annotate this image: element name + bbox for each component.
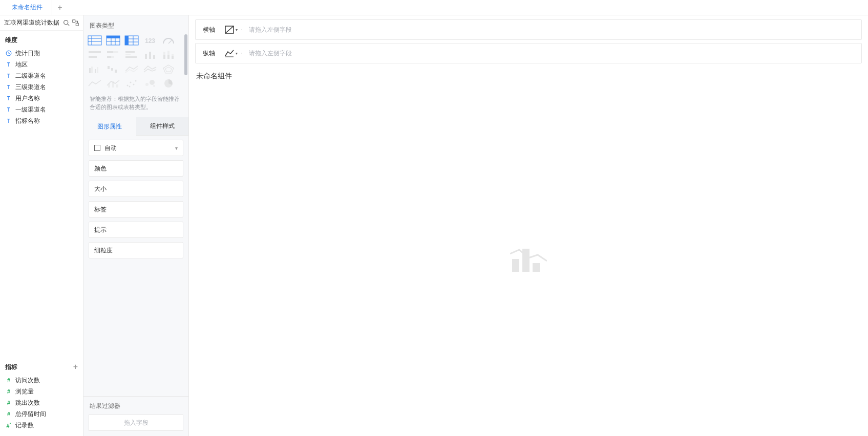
scatter-icon[interactable]: [123, 77, 140, 90]
table-group-icon[interactable]: [87, 34, 103, 47]
prop-color[interactable]: 颜色: [89, 160, 183, 177]
field-label: 二级渠道名: [15, 72, 46, 80]
number-icon: #: [5, 377, 12, 383]
multi-column-icon[interactable]: [87, 63, 103, 75]
top-tab-bar: 未命名组件 +: [0, 0, 868, 15]
prop-auto[interactable]: 自动 ▾: [89, 140, 183, 156]
graphic-properties-panel: 自动 ▾ 颜色 大小 标签 提示 细粒度: [83, 136, 188, 263]
datasource-name: 互联网渠道统计数据: [4, 18, 60, 27]
middle-panel: 图表类型 123 智能推荐：根据拖入的字段智能推荐合适的图表或表格类型。 图形属…: [83, 15, 189, 436]
range-area-icon[interactable]: [142, 63, 158, 75]
dimension-field[interactable]: 统计日期: [0, 48, 83, 59]
svg-line-20: [168, 40, 172, 43]
text-icon: T: [5, 96, 12, 101]
dimension-field[interactable]: T二级渠道名: [0, 70, 83, 81]
svg-rect-35: [167, 51, 170, 55]
dimension-field[interactable]: T用户名称: [0, 93, 83, 104]
multi-line-icon[interactable]: [123, 63, 140, 75]
svg-rect-5: [88, 36, 101, 45]
svg-rect-63: [512, 259, 519, 272]
svg-rect-15: [125, 36, 129, 45]
svg-line-61: [225, 26, 234, 33]
kpi-icon[interactable]: 123: [142, 34, 158, 47]
field-label: 浏览量: [15, 387, 34, 396]
waterfall-icon[interactable]: [105, 63, 121, 75]
combo-icon[interactable]: [105, 77, 121, 90]
dimension-field[interactable]: T指标名称: [0, 115, 83, 126]
result-filter-dropzone[interactable]: 拖入字段: [89, 415, 183, 431]
svg-point-0: [63, 20, 68, 25]
prop-size[interactable]: 大小: [89, 181, 183, 197]
number-icon: #: [5, 400, 12, 406]
y-axis-type-icon[interactable]: ▾: [224, 49, 238, 58]
measure-field[interactable]: #访问次数: [0, 375, 83, 386]
svg-rect-30: [145, 54, 147, 59]
svg-rect-26: [111, 56, 114, 58]
column-icon[interactable]: [142, 49, 158, 61]
result-filter-title: 结果过滤器: [83, 396, 188, 415]
field-label: 总停留时间: [15, 410, 46, 419]
prop-granularity[interactable]: 细粒度: [89, 242, 183, 258]
dimensions-title: 维度: [0, 31, 83, 48]
svg-text:123: 123: [145, 37, 155, 45]
canvas-title[interactable]: 未命名组件: [195, 67, 862, 86]
svg-rect-21: [89, 51, 101, 53]
svg-rect-44: [111, 68, 113, 71]
measure-field[interactable]: #*记录数: [0, 420, 83, 431]
measure-field[interactable]: #总停留时间: [0, 408, 83, 420]
measure-field[interactable]: #跳出次数: [0, 397, 83, 408]
text-icon: T: [5, 118, 12, 124]
tab-unnamed[interactable]: 未命名组件: [3, 0, 52, 15]
prop-label[interactable]: 标签: [89, 201, 183, 217]
measure-field[interactable]: #浏览量: [0, 386, 83, 397]
bubble-icon[interactable]: [142, 77, 158, 90]
field-label: 访问次数: [15, 376, 40, 385]
radar-icon[interactable]: [160, 63, 177, 75]
tab-add-button[interactable]: +: [52, 3, 68, 12]
svg-rect-2: [72, 20, 75, 23]
svg-rect-50: [116, 84, 118, 88]
subtab-component-style[interactable]: 组件样式: [136, 117, 189, 136]
table-cross-icon[interactable]: [105, 34, 121, 47]
svg-point-58: [153, 85, 155, 87]
dimension-field[interactable]: T一级渠道名: [0, 104, 83, 115]
svg-point-56: [145, 83, 149, 86]
result-filter-block: 结果过滤器 拖入字段: [83, 396, 188, 436]
svg-rect-33: [163, 52, 165, 55]
datasource-bar: 互联网渠道统计数据: [0, 15, 83, 31]
field-label: 一级渠道名: [15, 105, 46, 114]
svg-rect-28: [125, 54, 131, 55]
svg-point-55: [129, 86, 131, 88]
svg-rect-3: [76, 23, 78, 26]
canvas-body[interactable]: [195, 86, 862, 432]
y-axis-dropzone[interactable]: 请拖入左侧字段: [242, 49, 861, 58]
partition-bar-icon[interactable]: [87, 49, 103, 61]
stacked-column-icon[interactable]: [160, 49, 177, 61]
dimension-field[interactable]: T三级渠道名: [0, 81, 83, 93]
svg-rect-22: [89, 56, 97, 58]
dimensions-list: 统计日期T地区T二级渠道名T三级渠道名T用户名称T一级渠道名T指标名称: [0, 48, 83, 126]
pie-icon[interactable]: [160, 77, 177, 90]
y-axis-label: 纵轴: [203, 49, 215, 58]
number-icon: #*: [5, 422, 12, 429]
chart-type-hint: 智能推荐：根据拖入的字段智能推荐合适的图表或表格类型。: [83, 90, 188, 117]
gauge-icon[interactable]: [160, 34, 177, 47]
table-detail-icon[interactable]: [123, 34, 140, 47]
line-icon[interactable]: [87, 77, 103, 90]
subtab-graphic-properties[interactable]: 图形属性: [83, 117, 136, 136]
chart-type-scrollbar[interactable]: [184, 34, 187, 96]
dimension-field[interactable]: T地区: [0, 59, 83, 70]
switch-datasource-icon[interactable]: [72, 19, 79, 27]
add-measure-button[interactable]: +: [73, 362, 78, 372]
text-icon: T: [5, 107, 12, 113]
chart-placeholder-icon: [510, 244, 547, 274]
prop-tooltip[interactable]: 提示: [89, 222, 183, 238]
stacked-bar-icon[interactable]: [105, 49, 121, 61]
multi-bar-icon[interactable]: [123, 49, 140, 61]
x-axis-dropzone[interactable]: 请拖入左侧字段: [242, 26, 861, 34]
search-icon[interactable]: [62, 19, 70, 27]
svg-rect-65: [533, 263, 540, 272]
x-axis-type-icon[interactable]: ▾: [224, 25, 238, 34]
y-axis-row: 纵轴 ▾ 请拖入左侧字段: [195, 43, 862, 63]
svg-rect-43: [108, 66, 110, 69]
